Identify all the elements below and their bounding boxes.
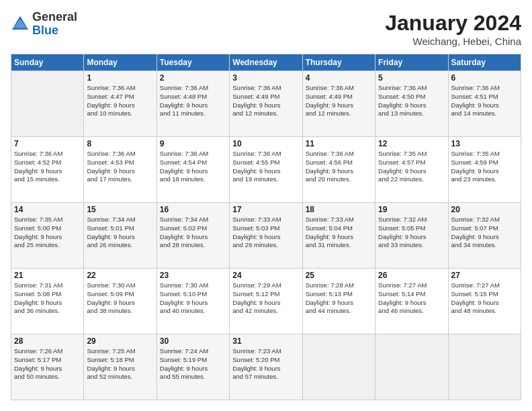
day-cell: 10Sunrise: 7:36 AM Sunset: 4:55 PM Dayli… (230, 137, 302, 203)
day-header-friday: Friday (375, 54, 448, 71)
day-info: Sunrise: 7:33 AM Sunset: 5:03 PM Dayligh… (232, 216, 299, 250)
day-info: Sunrise: 7:36 AM Sunset: 4:48 PM Dayligh… (160, 84, 226, 118)
day-cell (11, 71, 84, 137)
week-row-2: 7Sunrise: 7:36 AM Sunset: 4:52 PM Daylig… (11, 137, 521, 203)
day-info: Sunrise: 7:36 AM Sunset: 4:49 PM Dayligh… (306, 84, 372, 118)
day-number: 8 (87, 139, 153, 148)
svg-marker-1 (13, 19, 27, 28)
week-row-3: 14Sunrise: 7:35 AM Sunset: 5:00 PM Dayli… (11, 203, 521, 269)
day-info: Sunrise: 7:36 AM Sunset: 4:55 PM Dayligh… (232, 150, 299, 184)
day-number: 3 (232, 73, 299, 83)
day-info: Sunrise: 7:35 AM Sunset: 4:59 PM Dayligh… (451, 150, 518, 184)
page: General Blue January 2024 Weichang, Hebe… (0, 0, 532, 411)
day-info: Sunrise: 7:36 AM Sunset: 4:50 PM Dayligh… (378, 84, 445, 118)
day-number: 17 (232, 205, 299, 214)
day-number: 12 (378, 139, 445, 148)
day-info: Sunrise: 7:27 AM Sunset: 5:14 PM Dayligh… (378, 281, 445, 316)
day-number: 15 (87, 205, 153, 214)
day-cell: 17Sunrise: 7:33 AM Sunset: 5:03 PM Dayli… (230, 203, 302, 269)
logo-text: General Blue (32, 11, 77, 38)
day-info: Sunrise: 7:36 AM Sunset: 4:51 PM Dayligh… (451, 84, 518, 118)
day-info: Sunrise: 7:25 AM Sunset: 5:18 PM Dayligh… (87, 347, 153, 381)
day-header-monday: Monday (84, 54, 157, 71)
day-cell: 28Sunrise: 7:26 AM Sunset: 5:17 PM Dayli… (11, 334, 84, 400)
day-info: Sunrise: 7:36 AM Sunset: 4:54 PM Dayligh… (160, 150, 226, 184)
day-cell: 31Sunrise: 7:23 AM Sunset: 5:20 PM Dayli… (230, 334, 302, 400)
day-cell: 4Sunrise: 7:36 AM Sunset: 4:49 PM Daylig… (302, 71, 375, 137)
day-number: 18 (306, 205, 372, 214)
day-number: 23 (160, 271, 226, 280)
week-row-1: 1Sunrise: 7:36 AM Sunset: 4:47 PM Daylig… (11, 71, 521, 137)
day-number: 5 (378, 73, 445, 83)
day-number: 30 (160, 336, 226, 346)
day-header-saturday: Saturday (448, 54, 521, 71)
week-row-4: 21Sunrise: 7:31 AM Sunset: 5:08 PM Dayli… (11, 269, 521, 334)
day-number: 21 (14, 271, 81, 280)
day-cell: 3Sunrise: 7:36 AM Sunset: 4:49 PM Daylig… (230, 71, 302, 137)
day-cell: 18Sunrise: 7:33 AM Sunset: 5:04 PM Dayli… (302, 203, 375, 269)
day-info: Sunrise: 7:33 AM Sunset: 5:04 PM Dayligh… (306, 216, 372, 250)
day-cell: 25Sunrise: 7:28 AM Sunset: 5:13 PM Dayli… (302, 269, 375, 334)
day-number: 25 (306, 271, 372, 280)
day-cell: 26Sunrise: 7:27 AM Sunset: 5:14 PM Dayli… (375, 269, 448, 334)
day-cell: 9Sunrise: 7:36 AM Sunset: 4:54 PM Daylig… (157, 137, 229, 203)
day-info: Sunrise: 7:34 AM Sunset: 5:01 PM Dayligh… (87, 216, 153, 250)
day-number: 22 (87, 271, 153, 280)
day-header-thursday: Thursday (302, 54, 375, 71)
day-info: Sunrise: 7:35 AM Sunset: 4:57 PM Dayligh… (378, 150, 445, 184)
logo-blue-text: Blue (32, 24, 58, 37)
day-cell: 7Sunrise: 7:36 AM Sunset: 4:52 PM Daylig… (11, 137, 84, 203)
day-number: 4 (306, 73, 372, 83)
day-info: Sunrise: 7:32 AM Sunset: 5:05 PM Dayligh… (378, 216, 445, 250)
day-cell: 8Sunrise: 7:36 AM Sunset: 4:53 PM Daylig… (84, 137, 157, 203)
day-info: Sunrise: 7:36 AM Sunset: 4:53 PM Dayligh… (87, 150, 153, 184)
logo-general-text: General (32, 10, 77, 24)
day-cell (375, 334, 448, 400)
day-cell: 19Sunrise: 7:32 AM Sunset: 5:05 PM Dayli… (375, 203, 448, 269)
day-header-wednesday: Wednesday (230, 54, 302, 71)
day-cell: 29Sunrise: 7:25 AM Sunset: 5:18 PM Dayli… (84, 334, 157, 400)
day-header-sunday: Sunday (11, 54, 84, 71)
day-cell: 13Sunrise: 7:35 AM Sunset: 4:59 PM Dayli… (448, 137, 521, 203)
day-cell: 23Sunrise: 7:30 AM Sunset: 5:10 PM Dayli… (157, 269, 229, 334)
day-number: 20 (451, 205, 518, 214)
day-cell: 20Sunrise: 7:32 AM Sunset: 5:07 PM Dayli… (448, 203, 521, 269)
day-number: 26 (378, 271, 445, 280)
day-cell: 24Sunrise: 7:29 AM Sunset: 5:12 PM Dayli… (230, 269, 302, 334)
day-number: 1 (87, 73, 153, 83)
day-info: Sunrise: 7:29 AM Sunset: 5:12 PM Dayligh… (232, 281, 299, 316)
day-number: 6 (451, 73, 518, 83)
day-cell: 22Sunrise: 7:30 AM Sunset: 5:09 PM Dayli… (84, 269, 157, 334)
day-info: Sunrise: 7:31 AM Sunset: 5:08 PM Dayligh… (14, 281, 81, 316)
day-info: Sunrise: 7:23 AM Sunset: 5:20 PM Dayligh… (232, 347, 299, 381)
day-number: 13 (451, 139, 518, 148)
day-info: Sunrise: 7:27 AM Sunset: 5:15 PM Dayligh… (451, 281, 518, 316)
day-number: 14 (14, 205, 81, 214)
day-number: 28 (14, 336, 81, 346)
day-cell: 16Sunrise: 7:34 AM Sunset: 5:02 PM Dayli… (157, 203, 229, 269)
day-info: Sunrise: 7:36 AM Sunset: 4:49 PM Dayligh… (232, 84, 299, 118)
day-number: 31 (232, 336, 299, 346)
day-info: Sunrise: 7:36 AM Sunset: 4:52 PM Dayligh… (14, 150, 81, 184)
day-cell: 15Sunrise: 7:34 AM Sunset: 5:01 PM Dayli… (84, 203, 157, 269)
day-header-row: SundayMondayTuesdayWednesdayThursdayFrid… (11, 54, 521, 71)
day-cell: 1Sunrise: 7:36 AM Sunset: 4:47 PM Daylig… (84, 71, 157, 137)
day-cell: 27Sunrise: 7:27 AM Sunset: 5:15 PM Dayli… (448, 269, 521, 334)
logo-icon (11, 15, 30, 34)
day-info: Sunrise: 7:34 AM Sunset: 5:02 PM Dayligh… (160, 216, 226, 250)
day-number: 11 (306, 139, 372, 148)
day-info: Sunrise: 7:35 AM Sunset: 5:00 PM Dayligh… (14, 216, 81, 250)
day-cell: 11Sunrise: 7:36 AM Sunset: 4:56 PM Dayli… (302, 137, 375, 203)
day-number: 2 (160, 73, 226, 83)
month-title: January 2024 (385, 11, 521, 36)
day-cell: 30Sunrise: 7:24 AM Sunset: 5:19 PM Dayli… (157, 334, 229, 400)
day-number: 10 (232, 139, 299, 148)
day-number: 24 (232, 271, 299, 280)
day-info: Sunrise: 7:24 AM Sunset: 5:19 PM Dayligh… (160, 347, 226, 381)
day-number: 7 (14, 139, 81, 148)
location: Weichang, Hebei, China (385, 36, 521, 47)
title-block: January 2024 Weichang, Hebei, China (385, 11, 521, 47)
day-number: 29 (87, 336, 153, 346)
day-cell: 21Sunrise: 7:31 AM Sunset: 5:08 PM Dayli… (11, 269, 84, 334)
day-cell: 12Sunrise: 7:35 AM Sunset: 4:57 PM Dayli… (375, 137, 448, 203)
